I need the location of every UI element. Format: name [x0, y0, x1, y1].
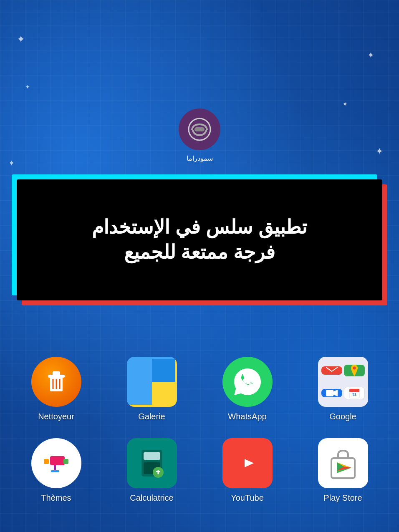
banner-black: تطبيق سلس في الإستخدام فرجة ممتعة للجميع	[17, 179, 382, 300]
app-grid: Nettoyeur Galerie	[0, 348, 399, 532]
svg-rect-9	[152, 382, 175, 405]
playstore-svg	[322, 442, 364, 484]
svg-rect-12	[326, 366, 338, 375]
svg-rect-26	[144, 452, 160, 460]
youtube-icon	[222, 438, 273, 488]
sparkle-3: ✦	[8, 159, 15, 168]
app-youtube[interactable]: YouTube	[210, 438, 285, 503]
samodrama-svg	[187, 117, 212, 142]
whatsapp-label: WhatsApp	[228, 412, 266, 421]
themes-label: Thèmes	[41, 493, 71, 503]
whatsapp-svg	[231, 365, 264, 398]
sparkle-1: ✦	[17, 33, 25, 45]
svg-rect-22	[51, 470, 59, 472]
youtube-svg	[231, 446, 264, 480]
svg-text:31: 31	[352, 392, 356, 396]
nettoyeur-icon	[31, 357, 81, 407]
calculatrice-label: Calculatrice	[130, 493, 173, 503]
svg-rect-4	[53, 371, 60, 376]
themes-icon	[31, 438, 81, 488]
google-label: Google	[329, 412, 356, 421]
nettoyeur-svg	[42, 367, 71, 396]
svg-rect-8	[129, 359, 152, 405]
whatsapp-icon	[222, 357, 273, 407]
app-playstore[interactable]: Play Store	[306, 438, 381, 503]
sparkle-5: ✦	[25, 83, 30, 90]
app-calculatrice[interactable]: Calculatrice	[114, 438, 189, 503]
svg-marker-15	[333, 390, 338, 396]
banner-line2: فرجة ممتعة للجميع	[124, 241, 275, 263]
svg-point-13	[353, 367, 356, 370]
playstore-icon	[318, 438, 368, 488]
banner-line1: تطبيق سلس في الإستخدام	[92, 216, 307, 238]
nettoyeur-label: Nettoyeur	[38, 412, 74, 421]
galerie-icon	[127, 357, 177, 407]
calc-svg	[135, 446, 169, 480]
app-google[interactable]: 31 Google	[306, 357, 381, 421]
app-whatsapp[interactable]: WhatsApp	[210, 357, 285, 421]
google-icon: 31	[318, 357, 368, 407]
app-nettoyeur[interactable]: Nettoyeur	[19, 357, 94, 421]
banner-wrapper: تطبيق سلس في الإستخدام فرجة ممتعة للجميع	[17, 179, 382, 300]
svg-rect-10	[152, 359, 175, 382]
svg-rect-14	[326, 390, 333, 396]
youtube-label: YouTube	[231, 493, 264, 503]
svg-rect-24	[63, 459, 68, 464]
galerie-label: Galerie	[138, 412, 165, 421]
svg-rect-17	[349, 389, 359, 392]
app-themes[interactable]: Thèmes	[19, 438, 94, 503]
samodrama-icon	[179, 108, 220, 150]
app-galerie[interactable]: Galerie	[114, 357, 189, 421]
galerie-svg	[129, 359, 175, 405]
app-row-2: Thèmes Calculatrice	[8, 438, 391, 503]
calc-icon	[127, 438, 177, 488]
app-row-1: Nettoyeur Galerie	[8, 357, 391, 421]
sparkle-2: ✦	[367, 50, 374, 60]
themes-svg	[38, 444, 75, 482]
svg-rect-23	[44, 459, 49, 464]
svg-rect-1	[194, 127, 205, 131]
svg-rect-21	[54, 465, 56, 471]
playstore-label: Play Store	[323, 493, 362, 503]
sparkle-4: ✦	[376, 146, 383, 157]
svg-rect-20	[50, 456, 65, 465]
banner-text: تطبيق سلس في الإستخدام فرجة ممتعة للجميع	[92, 215, 307, 265]
samodrama-app[interactable]: سمودراما	[179, 108, 220, 162]
samodrama-label: سمودراما	[187, 154, 213, 162]
sparkle-6: ✦	[342, 100, 348, 108]
svg-rect-30	[157, 470, 159, 474]
